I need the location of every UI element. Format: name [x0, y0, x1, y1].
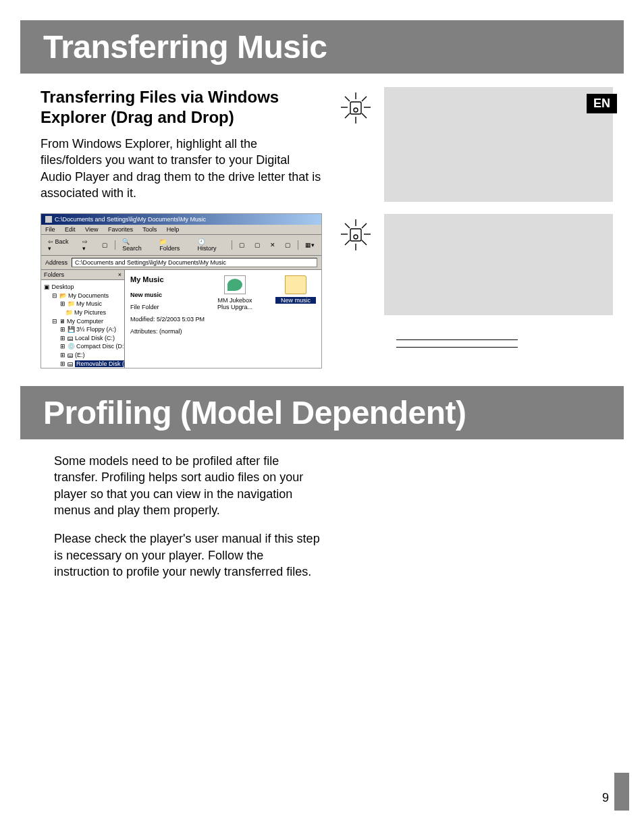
file-item-selected[interactable]: New music	[275, 275, 316, 362]
history-button[interactable]: 🕘 History	[195, 237, 227, 253]
menu-help[interactable]: Help	[167, 226, 180, 233]
explorer-titlebar: C:\Documents and Settings\lig\My Documen…	[41, 214, 321, 225]
svg-point-11	[354, 235, 358, 239]
tip-block	[336, 87, 613, 202]
explorer-menubar: File Edit View Favorites Tools Help	[41, 225, 321, 235]
svg-line-7	[362, 113, 367, 118]
page-number: 9	[602, 791, 609, 805]
media-file-icon	[224, 275, 246, 294]
window-title: C:\Documents and Settings\lig\My Documen…	[55, 216, 206, 223]
window-icon	[45, 216, 52, 223]
folders-button[interactable]: 📁 Folders	[157, 237, 190, 253]
folder-description: My Music New music File Folder Modified:…	[130, 275, 208, 362]
menu-view[interactable]: View	[85, 226, 98, 233]
explorer-screenshot: C:\Documents and Settings\lig\My Documen…	[41, 213, 322, 368]
tip-text-placeholder	[384, 214, 613, 315]
tool-btn[interactable]: ▢	[252, 240, 263, 250]
svg-point-1	[354, 108, 358, 112]
tree-mypics: 📁 My Pictures	[44, 308, 122, 317]
banner-title: Transferring Music	[43, 28, 610, 65]
tip-text-placeholder	[384, 87, 613, 202]
section-banner-transferring: Transferring Music	[20, 20, 624, 74]
svg-line-19	[345, 240, 350, 245]
svg-line-9	[345, 113, 350, 118]
explorer-toolbar: ⇦ Back ▾ ⇨ ▾ ▢ 🔍 Search 📁 Folders 🕘 Hist…	[41, 235, 321, 256]
folder-content[interactable]: My Music New music File Folder Modified:…	[125, 270, 321, 368]
address-label: Address	[45, 259, 68, 266]
section-subhead: Transferring Files via Windows Explorer …	[41, 87, 322, 128]
section-banner-profiling: Profiling (Model Dependent)	[20, 386, 624, 439]
section-body: From Windows Explorer, highlight all the…	[41, 136, 322, 201]
menu-edit[interactable]: Edit	[65, 226, 76, 233]
profiling-p2: Please check the player's user manual if…	[54, 530, 322, 580]
up-button[interactable]: ▢	[99, 240, 111, 250]
tree-local: ⊞ 🖴 Local Disk (C:)	[44, 334, 122, 343]
file-item[interactable]: MM Jukebox Plus Upgra...	[215, 275, 255, 362]
blank-lines	[336, 339, 605, 348]
forward-button[interactable]: ⇨ ▾	[80, 237, 95, 253]
tip-icon	[336, 214, 376, 257]
folder-tree[interactable]: Folders× ▣ Desktop ⊟ 📂 My Documents ⊞ 📁 …	[41, 270, 125, 368]
tree-mydocs: ⊟ 📂 My Documents	[44, 292, 122, 300]
profiling-p1: Some models need to be profiled after fi…	[54, 453, 322, 518]
tree-compact: ⊞ 💿 Compact Disc (D:)	[44, 342, 122, 351]
banner-title: Profiling (Model Dependent)	[43, 394, 610, 431]
tool-btn[interactable]: ▢	[236, 240, 248, 250]
tree-floppy: ⊞ 💾 3½ Floppy (A:)	[44, 325, 122, 334]
back-button[interactable]: ⇦ Back ▾	[45, 237, 76, 253]
svg-line-18	[362, 223, 367, 228]
tip-block	[336, 214, 613, 315]
menu-file[interactable]: File	[45, 226, 55, 233]
search-button[interactable]: 🔍 Search	[119, 237, 153, 253]
menu-favorites[interactable]: Favorites	[108, 226, 133, 233]
address-input[interactable]	[72, 258, 317, 267]
tip-icon	[336, 87, 376, 130]
svg-line-6	[345, 97, 350, 101]
svg-line-8	[362, 97, 367, 101]
tool-btn[interactable]: ▢	[282, 240, 294, 250]
close-icon[interactable]: ×	[118, 271, 122, 278]
tree-desktop: ▣ Desktop	[44, 283, 122, 292]
views-button[interactable]: ▦▾	[302, 240, 317, 250]
language-tab: EN	[587, 94, 617, 113]
tree-mycomp: ⊟ 🖥 My Computer	[44, 317, 122, 326]
tool-btn[interactable]: ✕	[267, 240, 278, 250]
menu-tools[interactable]: Tools	[142, 226, 157, 233]
tree-edrive: ⊞ 🖴 (E:)	[44, 351, 122, 360]
svg-line-17	[362, 240, 367, 245]
tree-removable: ⊞ 🖴 Removable Disk (F:)	[44, 360, 122, 368]
thumb-tab	[614, 773, 629, 811]
explorer-addressbar: Address	[41, 256, 321, 270]
svg-line-16	[345, 223, 350, 228]
tree-mymusic: ⊞ 📁 My Music	[44, 300, 122, 308]
folder-icon	[285, 275, 306, 294]
